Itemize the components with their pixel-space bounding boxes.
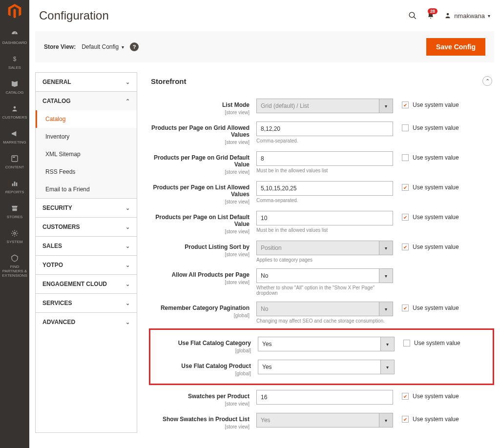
sidebar-item-marketing[interactable]: MARKETING [0,124,29,149]
nav-item-rss-feeds[interactable]: RSS Feeds [36,163,137,181]
field-list-default: Products per Page on List Default Value[… [149,208,494,238]
chevron-down-icon: ⌄ [125,281,130,287]
chevron-down-icon: ▾ [380,360,394,374]
chevron-down-icon: ▾ [488,13,490,19]
nav-section-general[interactable]: GENERAL⌄ [36,73,137,91]
sidebar-label: REPORTS [5,190,24,194]
use-system-value-checkbox[interactable] [402,393,409,400]
use-system-value-checkbox[interactable] [402,305,409,311]
chevron-down-icon: ⌄ [125,224,130,230]
nav-item-xml-sitemap[interactable]: XML Sitemap [36,145,137,163]
username-label: nmakwana [454,12,485,20]
partners-icon [10,254,19,263]
stores-icon [10,204,19,213]
nav-section-customers[interactable]: CUSTOMERS⌄ [36,218,137,236]
chevron-down-icon: ▾ [379,99,393,113]
sidebar-item-system[interactable]: SYSTEM [0,224,29,249]
grid-allowed-input[interactable] [256,122,393,136]
section-title-storefront: Storefront [151,77,187,85]
sidebar-label: FIND PARTNERS & EXTENSIONS [1,265,28,278]
sidebar-item-catalog[interactable]: CATALOG [0,75,29,100]
sidebar-label: MARKETING [3,140,26,144]
nav-section-yotpo[interactable]: YOTPO⌄ [36,256,137,274]
reports-icon [10,179,19,188]
flat-product-select[interactable]: Yes▾ [258,360,395,374]
save-config-button[interactable]: Save Config [426,38,485,56]
person-icon [10,104,19,113]
nav-section-security[interactable]: SECURITY⌄ [36,199,137,217]
sidebar-label: CUSTOMERS [2,115,27,120]
use-system-value-checkbox[interactable] [402,416,409,423]
dollar-icon: $ [10,55,19,63]
notif-count-badge: 28 [428,8,438,14]
use-system-value-checkbox[interactable] [402,154,409,161]
chevron-down-icon: ▾ [122,44,124,50]
store-view-select[interactable]: Default Config ▾ [82,43,124,50]
svg-point-10 [447,13,449,16]
chevron-down-icon: ▾ [379,241,393,255]
remember-pagination-select: No▾ [256,302,393,316]
field-show-swatches: Show Swatches in Product List[store view… [149,410,494,433]
nav-section-services[interactable]: SERVICES⌄ [36,294,137,312]
use-system-value-checkbox[interactable] [403,340,410,346]
list-default-input [256,211,393,225]
svg-line-9 [414,17,416,19]
use-system-value-checkbox[interactable] [402,244,409,250]
sidebar-item-reports[interactable]: REPORTS [0,174,29,199]
field-sort-by: Product Listing Sort by[store view] Posi… [149,238,494,265]
sidebar-item-partners[interactable]: FIND PARTNERS & EXTENSIONS [0,249,29,283]
list-allowed-input [256,181,393,196]
notifications-button[interactable]: 28 [427,11,435,20]
toolbar: Store View: Default Config ▾ ? Save Conf… [35,31,494,62]
field-list-mode: List Mode[store view] Grid (default) / L… [149,96,494,119]
grid-default-input[interactable] [256,151,393,166]
sidebar-item-sales[interactable]: $ SALES [0,50,29,75]
chevron-down-icon: ⌄ [125,243,130,249]
svg-rect-3 [13,157,15,158]
svg-rect-4 [12,183,14,186]
nav-item-inventory[interactable]: Inventory [36,128,137,145]
nav-section-advanced[interactable]: ADVANCED⌄ [36,313,137,331]
chevron-down-icon: ⌄ [125,300,130,306]
svg-text:$: $ [13,56,17,62]
chevron-down-icon: ▾ [380,337,394,351]
allow-all-select[interactable]: No▾ [256,268,393,283]
nav-item-catalog[interactable]: Catalog [36,110,137,128]
use-system-value-checkbox[interactable] [402,124,409,131]
user-menu[interactable]: nmakwana ▾ [444,12,490,20]
chevron-down-icon: ⌄ [125,79,130,85]
sidebar-item-dashboard[interactable]: DASHBOARD [0,25,29,50]
content-icon [10,154,19,163]
field-allow-all: Allow All Products per Page[store view] … [149,265,494,299]
use-system-value-checkbox[interactable] [402,102,409,108]
highlight-flat-catalog: Use Flat Catalog Category[global] Yes▾ U… [149,328,494,385]
nav-section-catalog[interactable]: CATALOG⌃ [36,92,137,110]
config-nav: GENERAL⌄ CATALOG⌃ Catalog Inventory XML … [35,72,137,433]
chevron-down-icon: ⌄ [125,319,130,326]
field-grid-allowed: Products per Page on Grid Allowed Values… [149,119,494,148]
nav-section-sales[interactable]: SALES⌄ [36,237,137,255]
sidebar-label: SALES [8,65,21,70]
collapse-section-button[interactable]: ⌃ [482,76,492,86]
chevron-down-icon: ▾ [379,413,393,427]
nav-section-engagement-cloud[interactable]: ENGAGEMENT CLOUD⌄ [36,275,137,293]
svg-rect-2 [12,156,18,162]
field-grid-default: Products per Page on Grid Default Value[… [149,148,494,178]
sidebar-label: CATALOG [5,90,23,95]
flat-category-select[interactable]: Yes▾ [258,337,395,351]
megaphone-icon [10,129,19,138]
help-icon[interactable]: ? [130,42,139,51]
sidebar-item-stores[interactable]: STORES [0,199,29,224]
search-button[interactable] [408,11,417,20]
svg-rect-6 [16,183,18,186]
sidebar-item-content[interactable]: CONTENT [0,149,29,174]
field-swatches-per-product: Swatches per Product[store view] Use sys… [149,387,494,410]
use-system-value-checkbox[interactable] [402,214,409,221]
nav-item-email-friend[interactable]: Email to a Friend [36,181,137,198]
magento-logo[interactable] [8,4,21,20]
use-system-value-checkbox[interactable] [402,184,409,191]
page-header: Configuration 28 nmakwana ▾ [29,0,500,31]
sidebar-item-customers[interactable]: CUSTOMERS [0,100,29,124]
store-view-label: Store View: [44,43,76,50]
sidebar-label: DASHBOARD [2,41,27,45]
